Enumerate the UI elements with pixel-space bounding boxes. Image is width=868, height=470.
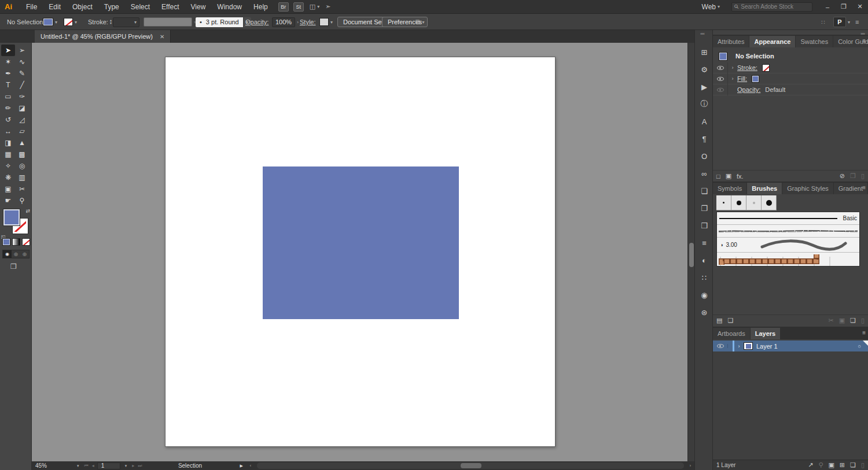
draw-normal-button[interactable]: ◉ bbox=[3, 250, 12, 258]
next-artboard-icon[interactable]: ▸ bbox=[130, 463, 136, 468]
character-panel-icon[interactable]: A bbox=[695, 114, 713, 128]
menu-item-select[interactable]: Select bbox=[125, 0, 156, 14]
tab-attributes[interactable]: Attributes bbox=[713, 36, 749, 47]
brush-border-row[interactable] bbox=[717, 253, 859, 266]
stepper-icon[interactable]: ▴▾ bbox=[110, 19, 112, 25]
layer-visibility-eye-icon[interactable] bbox=[717, 344, 724, 348]
new-brush-icon[interactable]: ❏ bbox=[850, 317, 856, 324]
rotate-tool[interactable]: ↺ bbox=[1, 114, 15, 125]
style-label[interactable]: Style: bbox=[300, 14, 316, 30]
make-clipping-mask-icon[interactable]: ▣ bbox=[828, 461, 834, 469]
type-tool[interactable]: T bbox=[1, 79, 15, 91]
status-display[interactable]: Selection bbox=[144, 462, 236, 469]
gradient-button[interactable] bbox=[12, 238, 20, 246]
free-transform-tool[interactable]: ▱ bbox=[15, 125, 29, 137]
artboard-dropdown-icon[interactable]: ▾ bbox=[122, 464, 131, 468]
opacity-label[interactable]: Opacity: bbox=[245, 14, 269, 30]
change-screen-mode-icon[interactable]: ❐ bbox=[10, 262, 17, 271]
pen-tool[interactable]: ✒ bbox=[1, 68, 15, 79]
clear-appearance-icon[interactable]: ⊘ bbox=[840, 172, 845, 180]
fill-blue-swatch[interactable] bbox=[752, 75, 759, 83]
libraries-panel-icon[interactable]: ❏ bbox=[727, 317, 733, 324]
stroke-weight-field[interactable]: ▴▾ ▾ bbox=[110, 14, 139, 30]
menu-item-effect[interactable]: Effect bbox=[156, 0, 185, 14]
color-button[interactable] bbox=[2, 238, 10, 246]
width-tool[interactable]: ↔ bbox=[1, 125, 15, 137]
stroke-panel-icon[interactable]: ≡ bbox=[695, 236, 713, 250]
fill-indicator[interactable] bbox=[3, 209, 20, 225]
draw-behind-button[interactable]: ◎ bbox=[12, 250, 20, 258]
effects-icon[interactable]: fx. bbox=[737, 173, 744, 180]
libraries-icon[interactable]: ⊞ bbox=[695, 45, 713, 59]
graphic-style-dropdown[interactable]: ▾ bbox=[319, 14, 333, 30]
column-graph-tool[interactable]: ▥ bbox=[15, 172, 29, 183]
expand-panels-icon[interactable]: «« bbox=[700, 31, 704, 36]
menu-item-view[interactable]: View bbox=[185, 0, 212, 14]
canvas-area[interactable] bbox=[32, 43, 694, 461]
stroke-row-label[interactable]: Stroke: bbox=[737, 64, 757, 71]
stock-button[interactable]: St bbox=[293, 2, 304, 12]
gradient-tool[interactable]: ▩ bbox=[15, 149, 29, 160]
menu-item-object[interactable]: Object bbox=[67, 0, 98, 14]
menu-item-edit[interactable]: Edit bbox=[43, 0, 67, 14]
links-panel-icon[interactable]: ∞ bbox=[695, 166, 713, 180]
zoom-tool[interactable]: ⚲ bbox=[15, 195, 29, 206]
brush-charcoal-row[interactable] bbox=[717, 225, 859, 238]
brush-calligraphic-row[interactable]: ◗ 3.00 bbox=[717, 238, 859, 253]
tab-swatches[interactable]: Swatches bbox=[796, 36, 833, 47]
chevron-down-icon[interactable]: ▾ bbox=[55, 20, 57, 25]
appearance-fill-row[interactable]: › Fill: bbox=[713, 73, 868, 84]
stroke-none-swatch[interactable] bbox=[762, 64, 770, 72]
stroke-weight-value[interactable]: ▾ bbox=[113, 17, 139, 27]
brush-libraries-icon[interactable]: ▤ bbox=[716, 317, 722, 324]
brush-basic-row[interactable]: Basic bbox=[717, 212, 859, 225]
layers-panel-menu-icon[interactable]: ≡ bbox=[862, 330, 866, 336]
tab-symbols[interactable]: Symbols bbox=[713, 183, 746, 194]
none-button[interactable] bbox=[22, 238, 30, 246]
asset-export-panel-icon[interactable]: ❒ bbox=[695, 219, 713, 232]
opacity-field[interactable]: 100% › bbox=[272, 14, 299, 30]
brush-definition-dropdown[interactable]: • 3 pt. Round ▾ bbox=[196, 14, 251, 30]
opentype-panel-icon[interactable]: O bbox=[695, 149, 713, 163]
expand-row-icon[interactable]: › bbox=[728, 65, 737, 71]
visibility-eye-icon[interactable] bbox=[717, 77, 724, 81]
stroke-color-control[interactable]: ▾ bbox=[64, 14, 77, 30]
curvature-tool[interactable]: ✎ bbox=[15, 68, 29, 79]
fill-stroke-indicator[interactable]: ⇄ ◱ bbox=[2, 208, 30, 237]
expand-row-icon[interactable]: › bbox=[728, 76, 737, 82]
brush-swatch-1[interactable] bbox=[716, 195, 731, 210]
vertical-scrollbar[interactable] bbox=[687, 43, 694, 461]
color-panel-icon[interactable]: ◐ bbox=[695, 253, 713, 267]
appearance-opacity-row[interactable]: Opacity: Default bbox=[713, 84, 868, 95]
shaper-tool[interactable]: ✏ bbox=[1, 102, 15, 114]
chevron-down-icon[interactable]: ▾ bbox=[317, 4, 319, 9]
document-tab[interactable]: Untitled-1* @ 45% (RGB/GPU Preview) ✕ bbox=[35, 30, 171, 43]
appearance-stroke-row[interactable]: › Stroke: bbox=[713, 62, 868, 73]
actions-gear-icon[interactable]: ⚙ bbox=[695, 62, 713, 76]
minimize-button[interactable]: – bbox=[819, 1, 836, 13]
magic-wand-tool[interactable]: ✶ bbox=[1, 56, 15, 68]
eyedropper-tool[interactable]: ✧ bbox=[1, 160, 15, 172]
fill-row-label[interactable]: Fill: bbox=[737, 75, 747, 82]
lasso-tool[interactable]: ∿ bbox=[15, 56, 29, 68]
symbol-sprayer-tool[interactable]: ❋ bbox=[1, 172, 15, 183]
close-tab-icon[interactable]: ✕ bbox=[160, 34, 164, 40]
rectangle-tool[interactable]: ▭ bbox=[1, 91, 15, 102]
tab-layers[interactable]: Layers bbox=[751, 328, 780, 339]
artboard-number-field[interactable]: 1 bbox=[97, 462, 120, 469]
stroke-weight-label[interactable]: Stroke: bbox=[88, 14, 108, 30]
color-guide-panel-icon[interactable]: ◉ bbox=[695, 288, 713, 302]
restore-button[interactable]: ❐ bbox=[836, 1, 852, 13]
menu-item-type[interactable]: Type bbox=[98, 0, 125, 14]
perspective-grid-tool[interactable]: ▲ bbox=[15, 137, 29, 149]
layer-row[interactable]: › Layer 1 ○ bbox=[713, 341, 868, 351]
artboard[interactable] bbox=[165, 57, 556, 447]
info-icon[interactable]: ⓘ bbox=[695, 97, 713, 111]
export-panel-icon[interactable]: ❐ bbox=[695, 201, 713, 215]
bridge-button[interactable]: Br bbox=[278, 2, 289, 12]
menu-item-file[interactable]: File bbox=[20, 0, 43, 14]
width-profile-dropdown[interactable]: ▾ bbox=[144, 14, 196, 30]
hand-tool[interactable]: ☛ bbox=[1, 195, 15, 206]
mesh-tool[interactable]: ▦ bbox=[1, 149, 15, 160]
share-icon[interactable]: ➣ bbox=[325, 3, 330, 10]
